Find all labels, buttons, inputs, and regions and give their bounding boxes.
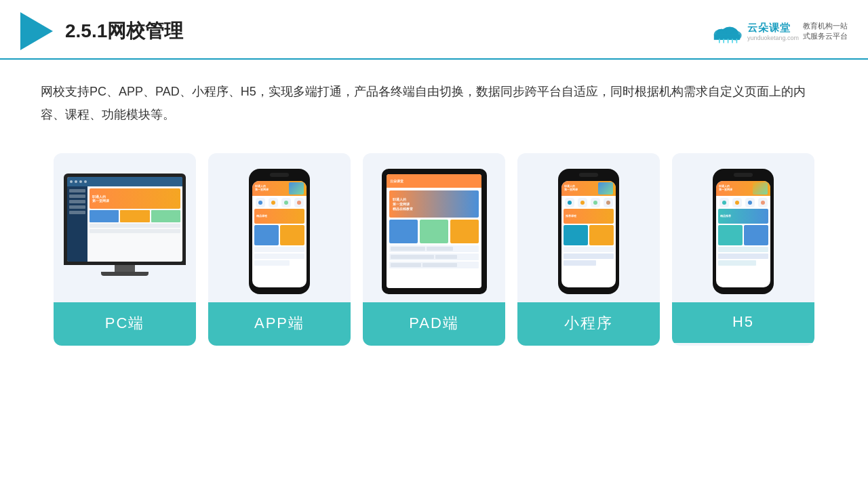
pad-tablet-mockup: 云朵课堂 职通人的第一堂网课精品在线教育	[382, 169, 487, 294]
pad-label: PAD端	[363, 302, 505, 346]
app-label: APP端	[208, 302, 351, 346]
miniapp-phone-mockup: 职通人的第一堂网课 推荐课程	[558, 169, 619, 294]
description-paragraph: 网校支持PC、APP、PAD、小程序、H5，实现多端打通，产品各终端自由切换，数…	[41, 80, 827, 126]
pc-mockup: 职通人的第一堂网课	[64, 174, 186, 289]
app-screen: 职通人的第一堂网课 精品课程	[252, 181, 307, 287]
pc-card: 职通人的第一堂网课	[54, 153, 196, 346]
h5-notch	[734, 173, 753, 177]
phone-notch	[270, 173, 289, 177]
h5-image-area: 职通人的第一堂网课 精品推荐	[672, 153, 814, 302]
miniapp-card: 职通人的第一堂网课 推荐课程	[517, 153, 660, 346]
logo-main: 云朵课堂	[747, 22, 791, 35]
logo-url: yunduoketang.com	[747, 35, 799, 41]
logo-slogan: 教育机构一站 式服务云平台	[803, 21, 848, 42]
slogan-line1: 教育机构一站	[803, 22, 848, 30]
h5-screen: 职通人的第一堂网课 精品推荐	[716, 181, 770, 287]
pc-label: PC端	[54, 302, 196, 346]
h5-card: 职通人的第一堂网课 精品推荐	[672, 153, 814, 346]
pc-image-area: 职通人的第一堂网课	[54, 153, 196, 302]
h5-label: H5	[672, 302, 814, 343]
pc-screen-outer: 职通人的第一堂网课	[64, 174, 186, 265]
header: 2.5.1网校管理 云朵课堂 yunduoketang.com	[0, 0, 868, 60]
app-phone-mockup: 职通人的第一堂网课 精品课程	[249, 169, 310, 294]
app-card: 职通人的第一堂网课 精品课程	[208, 153, 351, 346]
pad-screen: 云朵课堂 职通人的第一堂网课精品在线教育	[387, 174, 481, 288]
app-image-area: 职通人的第一堂网课 精品课程	[208, 153, 351, 302]
brand-logo: 云朵课堂 yunduoketang.com 教育机构一站 式服务云平台	[711, 19, 848, 43]
page-title: 2.5.1网校管理	[65, 18, 183, 44]
logo-text: 云朵课堂 yunduoketang.com	[747, 22, 799, 41]
cloud-icon	[711, 19, 743, 43]
description-text: 网校支持PC、APP、PAD、小程序、H5，实现多端打通，产品各终端自由切换，数…	[0, 60, 868, 133]
header-left: 2.5.1网校管理	[20, 12, 183, 50]
miniapp-image-area: 职通人的第一堂网课 推荐课程	[517, 153, 660, 302]
device-cards-container: 职通人的第一堂网课	[0, 133, 868, 359]
svg-rect-4	[714, 35, 740, 40]
miniapp-notch	[579, 173, 598, 177]
play-triangle-icon	[20, 12, 53, 50]
pad-card: 云朵课堂 职通人的第一堂网课精品在线教育	[363, 153, 505, 346]
slogan-line2: 式服务云平台	[803, 32, 848, 40]
miniapp-screen: 职通人的第一堂网课 推荐课程	[561, 181, 616, 287]
miniapp-label: 小程序	[517, 302, 660, 346]
pad-image-area: 云朵课堂 职通人的第一堂网课精品在线教育	[363, 153, 505, 302]
h5-phone-mockup: 职通人的第一堂网课 精品推荐	[713, 169, 774, 294]
pc-screen-inner: 职通人的第一堂网课	[67, 177, 182, 262]
header-right: 云朵课堂 yunduoketang.com 教育机构一站 式服务云平台	[711, 19, 848, 43]
